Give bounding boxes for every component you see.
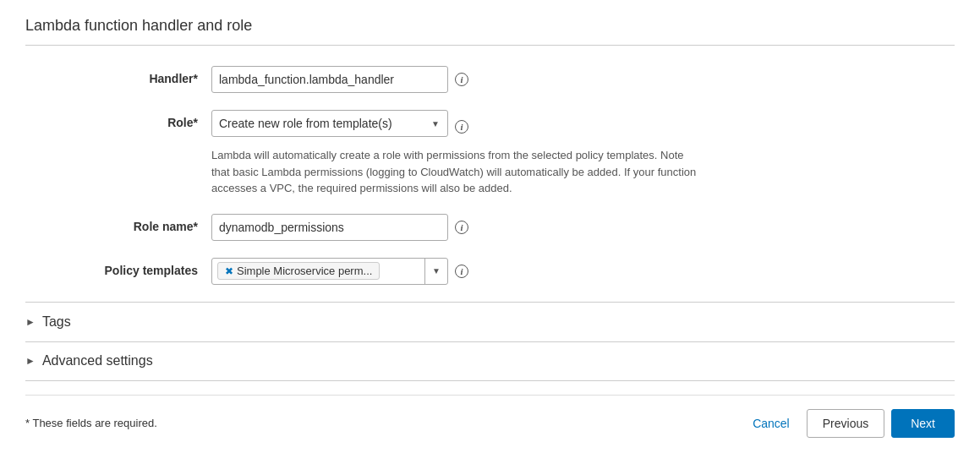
role-control-wrap: Create new role from template(s) Choose … bbox=[211, 110, 955, 197]
handler-row: Handler* i bbox=[25, 66, 955, 93]
policy-select-wrap[interactable]: ✖ Simple Microservice perm... ▼ bbox=[211, 258, 448, 285]
role-name-row: Role name* i bbox=[25, 214, 955, 241]
role-row: Role* Create new role from template(s) C… bbox=[25, 110, 955, 197]
role-name-label: Role name* bbox=[25, 214, 211, 233]
policy-select-inner: ✖ Simple Microservice perm... bbox=[212, 259, 424, 284]
policy-dropdown-arrow-icon[interactable]: ▼ bbox=[424, 259, 447, 284]
policy-tag-text: Simple Microservice perm... bbox=[237, 265, 372, 277]
advanced-settings-expand-icon: ► bbox=[25, 355, 36, 367]
next-button[interactable]: Next bbox=[891, 409, 955, 438]
tags-label: Tags bbox=[42, 314, 71, 330]
role-description: Lambda will automatically create a role … bbox=[211, 147, 702, 197]
handler-input[interactable] bbox=[211, 66, 448, 93]
footer-bar: * These fields are required. Cancel Prev… bbox=[25, 395, 955, 438]
page-container: Lambda function handler and role Handler… bbox=[0, 0, 980, 453]
tags-expand-icon: ► bbox=[25, 316, 36, 328]
handler-control-wrap: i bbox=[211, 66, 955, 93]
cancel-button[interactable]: Cancel bbox=[742, 412, 800, 435]
role-name-control-wrap: i bbox=[211, 214, 955, 241]
policy-tag: ✖ Simple Microservice perm... bbox=[217, 262, 380, 280]
required-note: * These fields are required. bbox=[25, 417, 157, 429]
policy-templates-row: Policy templates ✖ Simple Microservice p… bbox=[25, 258, 955, 285]
policy-templates-label: Policy templates bbox=[25, 258, 211, 277]
role-name-input[interactable] bbox=[211, 214, 448, 241]
policy-tag-close-icon[interactable]: ✖ bbox=[225, 265, 233, 277]
role-name-info-icon[interactable]: i bbox=[455, 221, 468, 234]
policy-templates-control-wrap: ✖ Simple Microservice perm... ▼ i bbox=[211, 258, 955, 285]
role-label: Role* bbox=[25, 110, 211, 129]
handler-info-icon[interactable]: i bbox=[455, 73, 468, 86]
previous-button[interactable]: Previous bbox=[807, 409, 884, 438]
role-select[interactable]: Create new role from template(s) Choose … bbox=[211, 110, 448, 137]
advanced-settings-label: Advanced settings bbox=[42, 353, 153, 368]
policy-templates-info-icon[interactable]: i bbox=[455, 265, 468, 278]
advanced-settings-header[interactable]: ► Advanced settings bbox=[25, 341, 955, 380]
handler-label: Handler* bbox=[25, 66, 211, 85]
role-info-icon[interactable]: i bbox=[455, 120, 468, 134]
advanced-settings-section: ► Advanced settings bbox=[25, 341, 955, 381]
tags-header[interactable]: ► Tags bbox=[25, 303, 955, 341]
footer-buttons: Cancel Previous Next bbox=[742, 409, 955, 438]
tags-section: ► Tags bbox=[25, 302, 955, 342]
role-select-wrapper: Create new role from template(s) Choose … bbox=[211, 110, 448, 137]
page-title: Lambda function handler and role bbox=[25, 17, 955, 46]
